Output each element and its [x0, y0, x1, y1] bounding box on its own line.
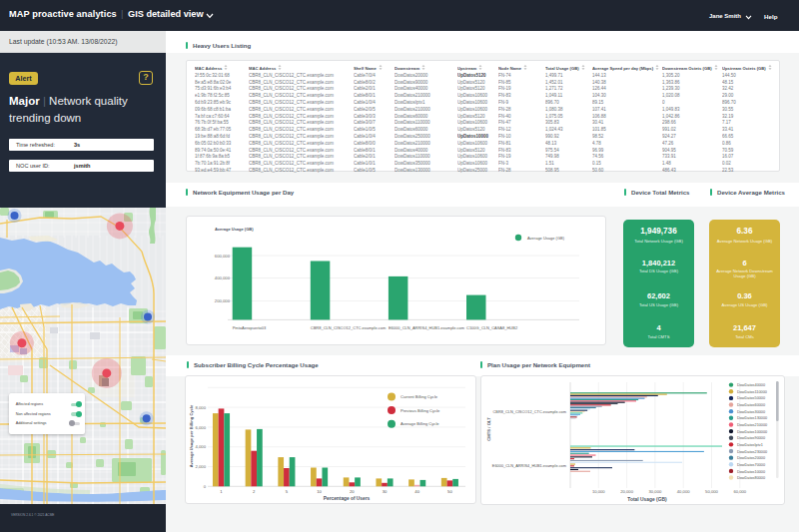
svg-text:DowDatos110000: DowDatos110000 [737, 390, 767, 394]
svg-text:Average Usage (GB): Average Usage (GB) [215, 227, 254, 232]
svg-text:20,000: 20,000 [620, 489, 633, 494]
svg-text:1: 1 [220, 489, 223, 494]
svg-text:DowDatos90000: DowDatos90000 [737, 436, 765, 440]
svg-text:DowDatos50000: DowDatos50000 [737, 396, 765, 400]
svg-text:Average Usage per Billing Cycl: Average Usage per Billing Cycle [189, 404, 194, 467]
svg-text:DowDatos20000: DowDatos20000 [737, 456, 765, 460]
svg-text:Previous Billing Cycle: Previous Billing Cycle [400, 408, 440, 413]
svg-text:30: 30 [383, 489, 388, 494]
svg-text:DowDatos210000: DowDatos210000 [737, 423, 767, 427]
svg-text:10,000: 10,000 [592, 489, 605, 494]
svg-text:50,000: 50,000 [705, 489, 718, 494]
svg-text:5: 5 [286, 489, 289, 494]
svg-text:0: 0 [204, 484, 207, 489]
svg-text:Average Billing Cycle: Average Billing Cycle [400, 421, 439, 426]
svg-text:2: 2 [253, 489, 256, 494]
svg-text:CBR8_CLN_CISCO12_CTC.example.c: CBR8_CLN_CISCO12_CTC.example.com [311, 325, 387, 330]
svg-text:CMTS / OLT: CMTS / OLT [486, 417, 491, 441]
svg-text:Percentage of Users: Percentage of Users [324, 496, 371, 501]
svg-text:DowDatos10000: DowDatos10000 [737, 470, 765, 474]
svg-text:20: 20 [350, 489, 355, 494]
svg-text:DowDatos100000: DowDatos100000 [737, 430, 767, 434]
svg-text:DowDatos80000: DowDatos80000 [737, 476, 765, 480]
svg-text:DowDatos70000: DowDatos70000 [737, 463, 765, 467]
svg-text:400,000: 400,000 [215, 275, 231, 280]
svg-text:E6000_CLN_ARRIS4_HUB1.example.: E6000_CLN_ARRIS4_HUB1.example.com [389, 325, 465, 330]
svg-text:10: 10 [317, 489, 322, 494]
svg-text:30,000: 30,000 [648, 489, 661, 494]
svg-text:CBR8_CLN_CISCO12_CTC.example.c: CBR8_CLN_CISCO12_CTC.example.com [492, 409, 566, 414]
svg-text:4,000: 4,000 [196, 444, 207, 449]
svg-text:E6000_CLN_ARRIS4_HUB1.example.: E6000_CLN_ARRIS4_HUB1.example.com [492, 463, 566, 468]
svg-text:200,000: 200,000 [215, 298, 231, 303]
svg-text:40,000: 40,000 [677, 489, 690, 494]
svg-text:2,000: 2,000 [196, 464, 207, 469]
svg-text:600,000: 600,000 [215, 254, 231, 259]
svg-text:DowDatos40000: DowDatos40000 [737, 383, 765, 387]
svg-text:Average Usage (GB): Average Usage (GB) [527, 236, 565, 241]
svg-text:C100G_CLN_CASA8_HUB2: C100G_CLN_CASA8_HUB2 [466, 325, 518, 330]
svg-text:DowDatos230000: DowDatos230000 [737, 450, 767, 454]
svg-text:40: 40 [414, 489, 419, 494]
svg-text:Total Usage (GB): Total Usage (GB) [627, 497, 667, 502]
svg-text:DowDatos60000: DowDatos60000 [737, 403, 765, 407]
svg-text:8,000: 8,000 [196, 405, 207, 410]
svg-text:DowDatos130000: DowDatos130000 [737, 416, 767, 420]
svg-text:60,000: 60,000 [733, 489, 746, 494]
svg-text:PmtoAeropuerto03: PmtoAeropuerto03 [233, 325, 267, 330]
svg-text:6,000: 6,000 [196, 425, 207, 430]
svg-text:DowDatos30000: DowDatos30000 [737, 410, 765, 414]
svg-text:DowDatosIptv1: DowDatosIptv1 [737, 443, 763, 447]
svg-text:Current Billing Cycle: Current Billing Cycle [400, 394, 438, 399]
svg-text:50: 50 [447, 489, 452, 494]
